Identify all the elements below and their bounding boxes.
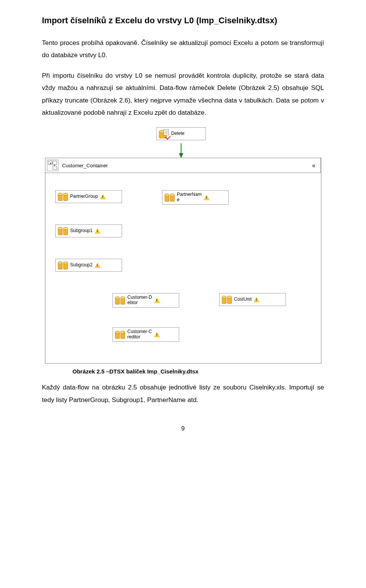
warning-icon (154, 332, 160, 337)
task-costunit: CostUnit (219, 293, 286, 306)
warning-icon (95, 229, 100, 234)
container-header: Customer_Container « (45, 158, 321, 173)
paragraph-1: Tento proces probíhá opakovaně. Číselník… (42, 37, 324, 62)
paragraph-3: Každý data-flow na obrázku 2.5 obsahuje … (42, 381, 324, 406)
task-label: CostUnit (234, 297, 252, 302)
task-partnername: PartnerNam e (162, 190, 229, 205)
warning-icon (154, 298, 160, 303)
heading: Import číselníků z Excelu do vrstvy L0 (… (42, 15, 324, 26)
dataflow-icon (115, 296, 125, 304)
task-label: Subgroup2 (70, 263, 93, 268)
paragraph-2: Při importu číselníku do vrstvy L0 se ne… (42, 70, 324, 119)
task-label: Subgroup1 (70, 228, 93, 234)
warning-icon (204, 195, 209, 200)
task-partnergroup: PartnerGroup (55, 190, 122, 203)
dataflow-icon (58, 192, 68, 201)
warning-icon (95, 263, 100, 268)
collapse-icon: « (312, 162, 315, 170)
task-customer-debtor: Customer-D ebtor (112, 293, 179, 308)
task-label: PartnerNam e (177, 192, 202, 203)
figure-caption: Obrázek 2.5 –DTSX balíček Imp_Ciselniky.… (72, 368, 324, 375)
task-customer-creditor: Customer-C reditor (112, 327, 179, 342)
diagram-figure: Delete Customer_Container « PartnerGroup (42, 127, 324, 364)
page-number: 9 (42, 425, 324, 432)
task-delete: Delete (156, 127, 206, 140)
dataflow-icon (222, 295, 232, 304)
container-title: Customer_Container (62, 163, 108, 168)
task-subgroup2: Subgroup2 (55, 259, 122, 272)
task-label: Customer-C reditor (127, 329, 152, 340)
sequence-icon (47, 160, 58, 171)
warning-icon (100, 194, 106, 199)
sql-task-icon (159, 129, 169, 138)
dataflow-icon (115, 330, 125, 339)
dataflow-icon (165, 193, 175, 202)
task-label: Customer-D ebtor (127, 295, 152, 306)
task-label: Delete (171, 131, 185, 136)
task-label: PartnerGroup (70, 194, 98, 199)
dataflow-icon (58, 227, 68, 235)
warning-icon (254, 297, 259, 302)
dataflow-icon (58, 261, 68, 269)
task-subgroup1: Subgroup1 (55, 224, 122, 237)
